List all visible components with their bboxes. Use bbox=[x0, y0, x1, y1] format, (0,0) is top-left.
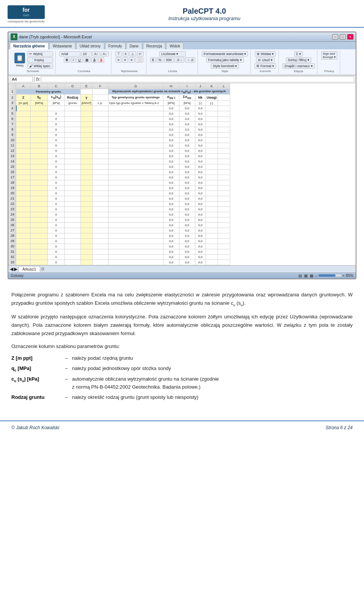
r10-f[interactable] bbox=[92, 137, 108, 143]
r7-i[interactable]: 0,0 bbox=[179, 121, 195, 127]
r15-f[interactable] bbox=[92, 164, 108, 169]
r24-d[interactable] bbox=[65, 212, 81, 217]
r24-a[interactable] bbox=[16, 212, 31, 217]
r4-i[interactable]: 0,0 bbox=[179, 105, 195, 111]
r9-l[interactable] bbox=[218, 132, 230, 137]
r26-h[interactable]: 0,0 bbox=[163, 222, 179, 228]
sheet-add[interactable]: 🗋 bbox=[41, 267, 45, 271]
r30-k[interactable] bbox=[206, 244, 218, 249]
r15-i[interactable]: 0,0 bbox=[179, 164, 195, 169]
r32-c[interactable]: 0 bbox=[48, 254, 65, 260]
r11-h[interactable]: 0,0 bbox=[163, 143, 179, 148]
r26-e[interactable] bbox=[81, 222, 93, 228]
r22-l[interactable] bbox=[218, 201, 230, 206]
r9-j[interactable]: 0,0 bbox=[195, 132, 206, 137]
r20-k[interactable] bbox=[206, 191, 218, 196]
wklej-button[interactable]: 📋 Wklej bbox=[13, 52, 27, 68]
sheet-nav-right[interactable]: ▶ bbox=[14, 266, 17, 272]
r13-b[interactable] bbox=[31, 153, 48, 159]
r25-f[interactable] bbox=[92, 217, 108, 222]
col-header-g[interactable]: G bbox=[108, 83, 163, 89]
r10-d[interactable] bbox=[65, 137, 81, 143]
r8-h[interactable]: 0,0 bbox=[163, 127, 179, 132]
r8-j[interactable]: 0,0 bbox=[195, 127, 206, 132]
r24-l[interactable] bbox=[218, 212, 230, 217]
r11-f[interactable] bbox=[92, 143, 108, 148]
r28-a[interactable] bbox=[16, 233, 31, 238]
r16-a[interactable] bbox=[16, 169, 31, 175]
r1-e[interactable] bbox=[81, 89, 93, 94]
r10-h[interactable]: 0,0 bbox=[163, 137, 179, 143]
r14-b[interactable] bbox=[31, 159, 48, 164]
r14-j[interactable]: 0,0 bbox=[195, 159, 206, 164]
r23-b[interactable] bbox=[31, 206, 48, 212]
col-header-k[interactable]: K bbox=[206, 83, 218, 89]
r16-j[interactable]: 0,0 bbox=[195, 169, 206, 175]
r22-b[interactable] bbox=[31, 201, 48, 206]
r18-c[interactable]: 0 bbox=[48, 180, 65, 185]
sheet-tab-arkusz1[interactable]: Arkusz1 bbox=[18, 266, 40, 272]
col-header-i[interactable]: I bbox=[179, 83, 195, 89]
zoom-bar[interactable] bbox=[318, 274, 341, 277]
view-layout[interactable]: ▦ bbox=[304, 274, 308, 278]
r25-c[interactable]: 0 bbox=[48, 217, 65, 222]
r6-a[interactable] bbox=[16, 116, 31, 121]
r30-b[interactable] bbox=[31, 244, 48, 249]
r14-l[interactable] bbox=[218, 159, 230, 164]
r14-d[interactable] bbox=[65, 159, 81, 164]
close-button[interactable]: ✕ bbox=[347, 34, 353, 39]
r9-g[interactable] bbox=[108, 132, 163, 137]
col-header-j[interactable]: J bbox=[195, 83, 206, 89]
r33-c[interactable]: 0 bbox=[48, 260, 65, 265]
minimize-button[interactable]: ─ bbox=[332, 34, 338, 39]
percent-button[interactable]: % bbox=[157, 57, 163, 63]
r19-c[interactable]: 0 bbox=[48, 185, 65, 191]
r28-j[interactable]: 0,0 bbox=[195, 233, 206, 238]
currency-button[interactable]: $ bbox=[150, 57, 156, 63]
r6-j[interactable]: 0,0 bbox=[195, 116, 206, 121]
r17-k[interactable] bbox=[206, 175, 218, 180]
r9-a[interactable] bbox=[16, 132, 31, 137]
r14-g[interactable] bbox=[108, 159, 163, 164]
r18-d[interactable] bbox=[65, 180, 81, 185]
col-header-d[interactable]: D bbox=[65, 83, 81, 89]
r7-b[interactable] bbox=[31, 121, 48, 127]
r26-k[interactable] bbox=[206, 222, 218, 228]
r21-d[interactable] bbox=[65, 196, 81, 201]
r9-f[interactable] bbox=[92, 132, 108, 137]
r7-c[interactable]: 0 bbox=[48, 121, 65, 127]
r19-e[interactable] bbox=[81, 185, 93, 191]
r21-b[interactable] bbox=[31, 196, 48, 201]
r13-j[interactable]: 0,0 bbox=[195, 153, 206, 159]
r21-j[interactable]: 0,0 bbox=[195, 196, 206, 201]
formula-input[interactable] bbox=[41, 76, 354, 82]
wrap-button[interactable]: ↵ bbox=[137, 51, 144, 57]
r28-d[interactable] bbox=[65, 233, 81, 238]
r19-l[interactable] bbox=[218, 185, 230, 191]
r22-a[interactable] bbox=[16, 201, 31, 206]
r17-h[interactable]: 0,0 bbox=[163, 175, 179, 180]
r25-h[interactable]: 0,0 bbox=[163, 217, 179, 222]
r5-g[interactable] bbox=[108, 111, 163, 116]
r26-j[interactable]: 0,0 bbox=[195, 222, 206, 228]
align-right-button[interactable]: ≡ bbox=[129, 57, 134, 63]
r10-e[interactable] bbox=[81, 137, 93, 143]
r2-j[interactable]: Nk bbox=[195, 94, 206, 101]
r28-i[interactable]: 0,0 bbox=[179, 233, 195, 238]
r32-g[interactable] bbox=[108, 254, 163, 260]
r8-b[interactable] bbox=[31, 127, 48, 132]
r7-g[interactable] bbox=[108, 121, 163, 127]
r17-j[interactable]: 0,0 bbox=[195, 175, 206, 180]
r7-f[interactable] bbox=[92, 121, 108, 127]
r4-b[interactable] bbox=[31, 105, 48, 111]
r15-e[interactable] bbox=[81, 164, 93, 169]
r32-e[interactable] bbox=[81, 254, 93, 260]
r28-b[interactable] bbox=[31, 233, 48, 238]
r13-f[interactable] bbox=[92, 153, 108, 159]
paste-special-button[interactable]: 🖌 Wklej spec. bbox=[27, 63, 53, 69]
r22-i[interactable]: 0,0 bbox=[179, 201, 195, 206]
r25-i[interactable]: 0,0 bbox=[179, 217, 195, 222]
r28-e[interactable] bbox=[81, 233, 93, 238]
r32-h[interactable]: 0,0 bbox=[163, 254, 179, 260]
r17-b[interactable] bbox=[31, 175, 48, 180]
